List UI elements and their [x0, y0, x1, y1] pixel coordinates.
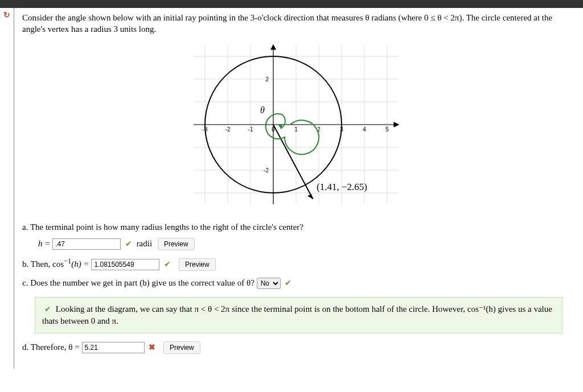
explanation-box: ✔ Looking at the diagram, we can say tha… — [35, 297, 563, 333]
angle-circle-plot: -3-2-1 012 345 2 -2 θ — [188, 39, 410, 210]
part-b-input[interactable] — [91, 259, 159, 270]
svg-text:-2: -2 — [264, 167, 269, 174]
svg-text:2: 2 — [265, 76, 269, 82]
part-c-text: c. Does the number we get in part (b) gi… — [22, 278, 254, 287]
part-a-unit: radii — [137, 239, 154, 248]
explanation-text: Looking at the diagram, we can say that … — [42, 304, 552, 325]
part-b-prefix: b. Then, cos — [22, 259, 64, 269]
part-a-label: h = — [38, 239, 52, 248]
svg-text:-2: -2 — [225, 126, 230, 133]
part-a: a. The terminal point is how many radius… — [22, 222, 575, 250]
svg-text:-1: -1 — [248, 126, 253, 133]
svg-marker-31 — [307, 194, 313, 199]
part-b-sup: −1 — [64, 257, 71, 265]
problem-intro: Consider the angle shown below with an i… — [22, 13, 575, 35]
preview-button-a[interactable]: Preview — [158, 238, 195, 250]
reload-column: ↻ — [0, 8, 14, 369]
part-d: d. Therefore, θ = ✖ Preview — [22, 341, 575, 354]
part-c-select[interactable]: No — [257, 278, 281, 289]
main-container: ↻ Consider the angle shown below with an… — [0, 8, 583, 369]
svg-text:1: 1 — [294, 126, 298, 133]
reload-icon[interactable]: ↻ — [3, 11, 10, 19]
svg-text:5: 5 — [385, 126, 389, 133]
check-icon: ✔ — [285, 279, 292, 287]
part-d-prefix: d. Therefore, θ = — [22, 343, 82, 352]
terminal-point: (1.41, −2.65) — [317, 181, 367, 192]
part-d-input[interactable] — [82, 342, 145, 353]
check-icon: ✔ — [125, 240, 132, 248]
preview-button-b[interactable]: Preview — [179, 258, 216, 271]
window-top-bar — [0, 0, 583, 8]
preview-button-d[interactable]: Preview — [163, 341, 200, 354]
terminal-point-label: (1.41, −2.65) — [317, 181, 367, 192]
svg-text:4: 4 — [363, 126, 366, 133]
terminal-ray — [273, 125, 313, 199]
angle-arc — [265, 114, 318, 154]
check-icon: ✔ — [44, 305, 51, 313]
part-b: b. Then, cos−1(h) = ✔ Preview — [22, 257, 575, 271]
cross-icon: ✖ — [149, 343, 155, 352]
content-area: Consider the angle shown below with an i… — [14, 8, 583, 369]
diagram: -3-2-1 012 345 2 -2 θ — [22, 39, 575, 212]
part-c: c. Does the number we get in part (b) gi… — [22, 278, 575, 289]
part-a-text: a. The terminal point is how many radius… — [22, 222, 303, 232]
check-icon: ✔ — [164, 260, 171, 269]
svg-marker-19 — [271, 45, 276, 49]
part-a-input[interactable] — [52, 238, 121, 250]
part-a-answer-row: h = ✔ radii Preview — [38, 238, 575, 250]
svg-marker-18 — [394, 122, 399, 127]
part-b-mid: (h) = — [71, 259, 91, 269]
theta-label: θ — [260, 105, 265, 115]
